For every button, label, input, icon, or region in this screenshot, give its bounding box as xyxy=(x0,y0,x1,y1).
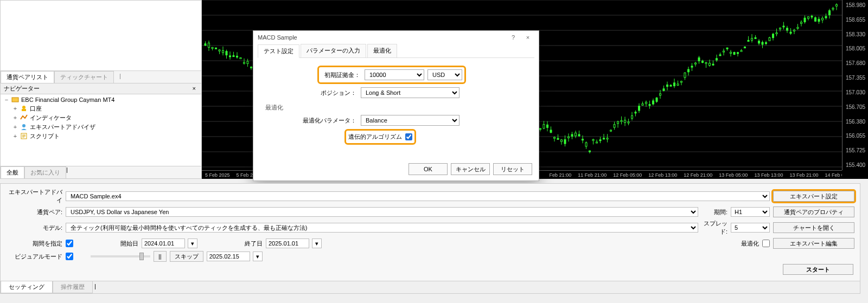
expand-icon[interactable]: + xyxy=(12,105,18,112)
visual-mode-label: ビジュアルモード xyxy=(6,253,62,261)
tree-item-indicators[interactable]: + インディケータ xyxy=(3,113,199,123)
ok-button[interactable]: OK xyxy=(409,163,448,175)
tab-optimization[interactable]: 最適化 xyxy=(367,44,397,57)
tab-journal[interactable]: 操作履歴 xyxy=(53,281,93,293)
tree-item-accounts[interactable]: + 口座 xyxy=(3,104,199,113)
expert-properties-dialog: MACD Sample ? × テスト設定 パラメーターの入力 最適化 初期証拠… xyxy=(253,30,539,181)
to-date-picker-icon[interactable]: ▾ xyxy=(312,238,322,248)
navigator-tree: − EBC Financial Group Cayman MT4 + 口座 + … xyxy=(1,94,201,166)
position-label: ポジション： xyxy=(263,89,361,97)
indicator-icon xyxy=(20,114,28,121)
ga-label: 遺伝的アルゴリズム xyxy=(348,133,402,141)
start-button[interactable]: スタート xyxy=(783,264,853,275)
deposit-amount-select[interactable]: 10000 xyxy=(365,69,424,80)
from-date-picker-icon[interactable]: ▾ xyxy=(188,238,197,248)
navigator-header: ナビゲーター × xyxy=(1,83,201,94)
expert-icon xyxy=(20,123,28,131)
position-select[interactable]: Long & Short xyxy=(361,87,459,98)
model-select[interactable]: 全ティック(利用可能な最小時間枠を使いすべてのティックを生成する、最も正確な方法… xyxy=(66,223,698,233)
cancel-button[interactable]: キャンセル xyxy=(451,163,490,175)
expand-icon[interactable]: − xyxy=(4,96,9,103)
use-date-checkbox[interactable] xyxy=(66,240,73,247)
tab-common[interactable]: 全般 xyxy=(1,166,24,178)
svg-point-3 xyxy=(22,124,25,127)
skip-to-button[interactable]: スキップ xyxy=(170,251,203,262)
deposit-currency-select[interactable]: USD xyxy=(427,69,462,80)
to-label: 終了日 xyxy=(237,240,263,248)
opt-param-label: 最適化パラメータ： xyxy=(263,117,361,125)
expand-icon[interactable]: + xyxy=(12,133,18,139)
period-label: 期間: xyxy=(701,208,727,216)
market-watch-tabs: 通貨ペアリスト ティックチャート | xyxy=(1,70,201,83)
navigator-title: ナビゲーター xyxy=(4,85,40,93)
expand-icon[interactable]: + xyxy=(12,124,18,130)
tab-favorites[interactable]: お気に入り xyxy=(24,166,66,178)
reset-button[interactable]: リセット xyxy=(493,163,532,175)
navigator-close-button[interactable]: × xyxy=(190,85,198,92)
tab-test-settings[interactable]: テスト設定 xyxy=(258,44,299,58)
to-date-input[interactable]: 2025.01.01 xyxy=(266,238,309,248)
tree-item-experts[interactable]: + エキスパートアドバイザ xyxy=(3,123,199,132)
market-watch-area xyxy=(1,1,201,70)
expand-icon[interactable]: + xyxy=(12,114,18,121)
tester-tabs: セッティング 操作履歴 | xyxy=(1,281,860,293)
strategy-tester-panel: エキスパートアドバイ MACD Sample.ex4 エキスパート設定 通貨ペア… xyxy=(0,183,860,294)
dialog-title: MACD Sample xyxy=(258,34,297,41)
svg-rect-2 xyxy=(22,109,26,111)
close-button[interactable]: × xyxy=(521,34,534,41)
modify-expert-button[interactable]: エキスパート編集 xyxy=(773,238,854,249)
tree-item-scripts[interactable]: + スクリプト xyxy=(3,132,199,141)
dialog-titlebar[interactable]: MACD Sample ? × xyxy=(253,31,539,44)
slider-thumb[interactable] xyxy=(139,253,144,260)
spread-select[interactable]: 5 xyxy=(731,223,770,233)
svg-rect-0 xyxy=(12,98,18,102)
dialog-tabs: テスト設定 パラメーターの入力 最適化 xyxy=(258,44,534,58)
visual-mode-checkbox[interactable] xyxy=(66,253,73,260)
speed-slider[interactable] xyxy=(91,255,150,257)
dialog-button-row: OK キャンセル リセット xyxy=(253,158,539,180)
terminal-icon xyxy=(11,96,19,104)
optimization-section-label: 最適化 xyxy=(265,104,529,112)
deposit-highlight: 初期証拠金： 10000 USD xyxy=(317,66,466,84)
symbol-select[interactable]: USDJPY, US Dollar vs Japanese Yen xyxy=(66,207,698,217)
ga-highlight: 遺伝的アルゴリズム xyxy=(344,129,416,145)
optimization-checkbox[interactable] xyxy=(762,240,770,247)
opt-param-select[interactable]: Balance xyxy=(361,115,459,126)
script-icon xyxy=(20,132,28,140)
tree-root[interactable]: − EBC Financial Group Cayman MT4 xyxy=(3,95,199,104)
skip-date-picker-icon[interactable]: ▾ xyxy=(253,252,263,261)
tab-tick-chart[interactable]: ティックチャート xyxy=(54,71,114,83)
from-date-input[interactable]: 2024.01.01 xyxy=(142,238,185,248)
skip-date-input[interactable]: 2025.02.15 xyxy=(207,252,250,261)
ga-checkbox[interactable] xyxy=(405,133,412,140)
account-icon xyxy=(20,105,28,112)
dialog-body: 初期証拠金： 10000 USD ポジション： Long & Short 最適化… xyxy=(253,58,539,158)
svg-point-1 xyxy=(22,106,25,109)
ea-select[interactable]: MACD Sample.ex4 xyxy=(66,191,770,201)
expert-properties-button[interactable]: エキスパート設定 xyxy=(773,191,854,202)
tab-settings[interactable]: セッティング xyxy=(1,281,53,293)
navigator-panel: 通貨ペアリスト ティックチャート | ナビゲーター × − EBC Financ… xyxy=(0,0,202,179)
pair-label: 通貨ペア: xyxy=(6,208,62,216)
period-select[interactable]: H1 xyxy=(731,207,770,217)
spread-label: スプレッド: xyxy=(701,220,727,236)
navigator-lower-tabs: 全般 お気に入り | xyxy=(1,166,201,178)
deposit-label: 初期証拠金： xyxy=(321,71,365,79)
optimization-label: 最適化 xyxy=(733,240,759,248)
ea-label: エキスパートアドバイ xyxy=(6,188,62,204)
from-label: 開始日 xyxy=(112,240,138,248)
tab-symbol-list[interactable]: 通貨ペアリスト xyxy=(1,71,54,83)
use-date-label: 期間を指定 xyxy=(6,240,62,248)
tab-inputs[interactable]: パラメーターの入力 xyxy=(301,44,366,57)
symbol-properties-button[interactable]: 通貨ペアのプロパティ xyxy=(773,207,854,217)
model-label: モデル: xyxy=(6,224,62,232)
chart-y-axis: 158.980 158.655 158.330 158.005 157.680 … xyxy=(842,0,868,170)
open-chart-button[interactable]: チャートを開く xyxy=(773,222,854,233)
help-button[interactable]: ? xyxy=(507,34,520,41)
pause-button[interactable]: || xyxy=(154,251,167,262)
